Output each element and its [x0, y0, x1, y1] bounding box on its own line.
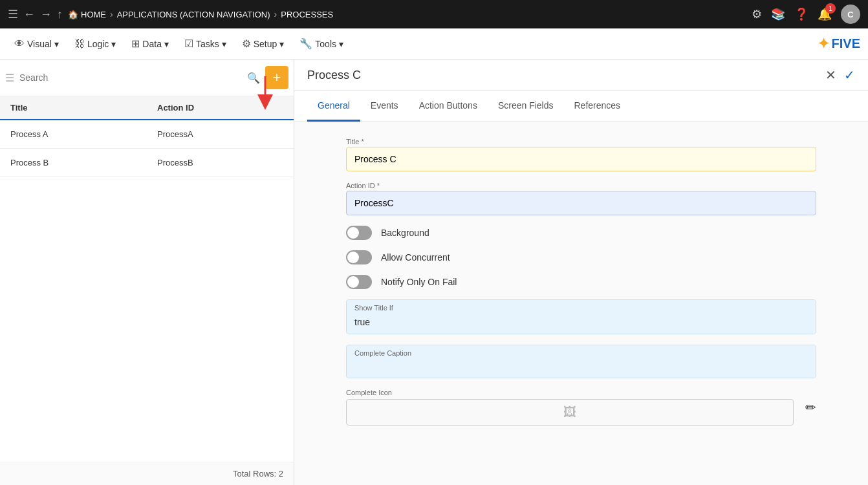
applications-breadcrumb[interactable]: APPLICATIONS (ACTION NAVIGATION)	[117, 10, 270, 19]
right-panel: Process C ✕ ✓ General Events Action Butt…	[294, 59, 868, 485]
row-title-1: Process B	[0, 149, 147, 177]
breadcrumb: 🏠 HOME › APPLICATIONS (ACTION NAVIGATION…	[68, 9, 333, 19]
data-menu[interactable]: ⊞ Data ▾	[125, 34, 175, 54]
search-input[interactable]	[19, 72, 242, 83]
setup-icon: ⚙	[242, 38, 251, 50]
save-button[interactable]: ✓	[844, 67, 855, 83]
home-icon: 🏠	[68, 10, 78, 19]
second-nav: 👁 Visual ▾ ⛓ Logic ▾ ⊞ Data ▾ ☑ Tasks ▾ …	[0, 28, 868, 59]
complete-icon-field: Complete Icon 🖼	[346, 389, 794, 426]
search-icon[interactable]: 🔍	[247, 72, 260, 84]
processes-breadcrumb[interactable]: PROCESSES	[281, 10, 333, 19]
col-title-header: Title	[0, 96, 147, 119]
form-content: Title * Action ID * Background All	[294, 122, 868, 485]
table-row[interactable]: Process B ProcessB	[0, 149, 294, 177]
toggle-knob-2	[347, 252, 359, 263]
tasks-label: Tasks	[196, 39, 219, 49]
notification-badge-count: 1	[825, 3, 836, 14]
close-button[interactable]: ✕	[825, 67, 836, 83]
up-button[interactable]: ↑	[57, 8, 63, 21]
home-breadcrumb[interactable]: 🏠 HOME	[68, 10, 106, 19]
visual-chevron: ▾	[54, 39, 59, 49]
tasks-icon: ☑	[184, 38, 193, 50]
search-input-wrap	[19, 72, 242, 83]
setup-label: Setup	[254, 39, 277, 49]
complete-caption-value[interactable]	[347, 358, 816, 378]
data-icon: ⊞	[131, 38, 140, 50]
allow-concurrent-toggle-row: Allow Concurrent	[346, 250, 816, 264]
back-button[interactable]: ←	[23, 8, 35, 21]
filter-icon: ☰	[5, 72, 14, 84]
logic-label: Logic	[87, 39, 109, 49]
data-chevron: ▾	[164, 39, 169, 49]
books-icon[interactable]: 📚	[771, 7, 785, 21]
total-rows-label: Total Rows: 2	[233, 469, 283, 479]
main-layout: ☰ 🔍 + Title Action ID	[0, 59, 868, 485]
action-id-input[interactable]	[346, 191, 816, 215]
logic-menu[interactable]: ⛓ Logic ▾	[68, 34, 122, 54]
table-header: Title Action ID	[0, 96, 294, 120]
right-actions: ✕ ✓	[825, 67, 855, 83]
setup-chevron: ▾	[279, 39, 284, 49]
tab-general[interactable]: General	[307, 91, 360, 122]
tasks-chevron: ▾	[222, 39, 226, 49]
add-button[interactable]: +	[265, 66, 288, 89]
left-panel: ☰ 🔍 + Title Action ID	[0, 59, 294, 485]
toggle-knob-3	[347, 276, 359, 288]
background-toggle-row: Background	[346, 226, 816, 240]
row-title-0: Process A	[0, 120, 147, 148]
title-input[interactable]	[346, 147, 816, 171]
background-toggle[interactable]	[346, 226, 372, 240]
complete-caption-label: Complete Caption	[347, 345, 816, 358]
breadcrumb-separator-2: ›	[274, 9, 277, 19]
complete-caption-field: Complete Caption	[346, 345, 816, 378]
tab-references[interactable]: References	[564, 91, 631, 122]
logo-text: FIVE	[832, 36, 860, 51]
complete-icon-preview[interactable]: 🖼	[346, 399, 794, 426]
settings-icon[interactable]: ⚙	[752, 7, 762, 21]
tasks-menu[interactable]: ☑ Tasks ▾	[178, 34, 233, 54]
show-title-if-field: Show Title If true	[346, 299, 816, 334]
search-bar: ☰ 🔍 +	[0, 59, 294, 96]
tabs: General Events Action Buttons Screen Fie…	[294, 91, 868, 122]
notify-label: Notify Only On Fail	[381, 277, 457, 287]
breadcrumb-separator-1: ›	[110, 9, 113, 19]
tab-events[interactable]: Events	[360, 91, 409, 122]
forward-button[interactable]: →	[40, 8, 52, 21]
table-row[interactable]: Process A ProcessA	[0, 120, 294, 149]
edit-pencil-icon[interactable]: ✏	[805, 400, 816, 415]
complete-icon-label: Complete Icon	[346, 389, 794, 396]
complete-icon-row: Complete Icon 🖼 ✏	[346, 389, 816, 426]
tools-label: Tools	[315, 39, 336, 49]
visual-menu[interactable]: 👁 Visual ▾	[8, 34, 65, 54]
notification-bell[interactable]: 🔔 1	[818, 7, 832, 21]
tools-icon: 🔧	[299, 38, 312, 50]
row-actionid-1: ProcessB	[147, 149, 294, 177]
table-footer: Total Rows: 2	[0, 462, 294, 485]
setup-menu[interactable]: ⚙ Setup ▾	[235, 34, 291, 54]
notify-toggle-row: Notify Only On Fail	[346, 275, 816, 289]
show-title-if-value[interactable]: true	[347, 313, 816, 334]
notify-toggle[interactable]	[346, 275, 372, 289]
allow-concurrent-toggle[interactable]	[346, 250, 372, 264]
action-id-label: Action ID *	[346, 182, 816, 189]
tab-action-buttons[interactable]: Action Buttons	[409, 91, 488, 122]
row-actionid-0: ProcessA	[147, 120, 294, 148]
menu-icon[interactable]: ☰	[8, 7, 18, 21]
help-icon[interactable]: ❓	[794, 7, 808, 21]
tools-chevron: ▾	[339, 39, 343, 49]
logic-chevron: ▾	[111, 39, 116, 49]
visual-icon: 👁	[14, 38, 25, 50]
avatar[interactable]: C	[841, 5, 860, 24]
show-title-if-label: Show Title If	[347, 300, 816, 313]
tools-menu[interactable]: 🔧 Tools ▾	[293, 34, 350, 54]
background-label: Background	[381, 228, 429, 238]
title-label: Title *	[346, 138, 816, 146]
right-header: Process C ✕ ✓	[294, 59, 868, 91]
visual-label: Visual	[27, 39, 52, 49]
tab-screen-fields[interactable]: Screen Fields	[488, 91, 564, 122]
image-placeholder-icon: 🖼	[563, 405, 576, 420]
action-id-field: Action ID *	[346, 182, 816, 215]
logo-star: ✦	[818, 36, 829, 52]
nav-right: ⚙ 📚 ❓ 🔔 1 C	[752, 5, 860, 24]
